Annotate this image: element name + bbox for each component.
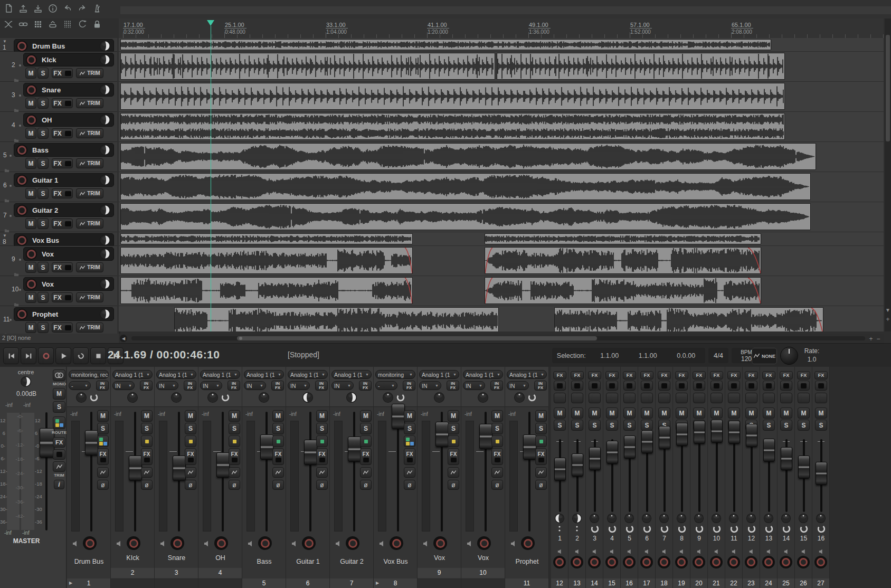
fx-button[interactable]: FX: [52, 98, 73, 108]
width-knob-icon[interactable]: [625, 524, 634, 534]
pan-knob[interactable]: [433, 392, 445, 403]
record-arm-button[interactable]: [521, 536, 535, 550]
route-button[interactable]: [641, 393, 653, 403]
go-to-start-button[interactable]: [3, 347, 19, 364]
route-button[interactable]: [763, 393, 775, 403]
media-item[interactable]: [120, 203, 811, 230]
record-arm-button[interactable]: [302, 536, 316, 550]
solo-button[interactable]: S: [37, 188, 49, 199]
width-knob-icon[interactable]: [817, 524, 826, 534]
fader-knob[interactable]: [304, 440, 317, 465]
strip-bottom-band[interactable]: 27: [812, 578, 829, 588]
record-button[interactable]: [38, 347, 54, 364]
fx-button[interactable]: FX: [491, 448, 503, 465]
track-lane[interactable]: [119, 52, 884, 82]
track-lane[interactable]: [119, 172, 884, 202]
route-button[interactable]: [798, 393, 810, 403]
route-button[interactable]: [693, 393, 705, 403]
track-row[interactable]: ▼1Drum Bus: [0, 38, 117, 52]
route-button[interactable]: [491, 435, 503, 447]
track-lane[interactable]: [119, 246, 884, 276]
mute-button[interactable]: M: [25, 68, 36, 79]
lock-icon[interactable]: [91, 18, 103, 31]
playrate-envelope-button[interactable]: NONE: [752, 348, 777, 364]
width-knob-icon[interactable]: [608, 524, 617, 534]
master-fx-bypass-button[interactable]: [53, 449, 65, 460]
fader-knob[interactable]: [85, 430, 98, 456]
fx-button[interactable]: FX: [316, 448, 328, 465]
fx-button[interactable]: FX: [404, 448, 415, 465]
track-name-panel[interactable]: OH: [23, 113, 114, 127]
input-fx-button[interactable]: INFX: [447, 381, 459, 391]
project-info-icon[interactable]: [46, 2, 59, 15]
repeat-button[interactable]: [73, 347, 89, 364]
selection-end[interactable]: 1.1.00: [629, 352, 667, 359]
strip-bottom-band[interactable]: 23: [743, 578, 760, 588]
input-fx-button[interactable]: INFX: [534, 381, 547, 391]
fx-button[interactable]: FX: [52, 158, 73, 168]
track-name-panel[interactable]: Bass: [14, 143, 114, 157]
fx-bypass-button[interactable]: [658, 381, 670, 391]
fx-button[interactable]: FX: [780, 371, 793, 380]
media-item[interactable]: [174, 307, 499, 331]
width-knob-icon[interactable]: [221, 393, 230, 402]
speaker-icon[interactable]: [801, 547, 807, 556]
fx-button[interactable]: FX: [535, 448, 547, 465]
track-name-panel[interactable]: Vox: [23, 277, 114, 291]
speaker-icon[interactable]: [749, 547, 754, 556]
input-selector[interactable]: Analog 1 (1▼: [419, 370, 459, 379]
fx-button[interactable]: FX: [762, 371, 775, 380]
fx-bypass-button[interactable]: [571, 381, 583, 391]
pan-knob[interactable]: [75, 392, 87, 403]
pan-knob[interactable]: [624, 513, 634, 524]
strip-bottom-band[interactable]: 22: [725, 578, 742, 588]
record-arm-button[interactable]: [762, 556, 775, 568]
mute-button[interactable]: M: [229, 410, 240, 422]
strip-number-band[interactable]: 3: [155, 568, 198, 578]
mute-button[interactable]: M: [623, 407, 636, 419]
speaker-icon[interactable]: [160, 539, 166, 549]
pan-knob[interactable]: [746, 513, 756, 524]
vertical-scrollbar-thumb[interactable]: [886, 35, 890, 141]
track-row[interactable]: 9VoxMSFXTRIM: [0, 246, 117, 276]
input-selector[interactable]: Analog 1 (1▼: [244, 370, 284, 379]
folder-arrow-icon[interactable]: ▶: [376, 578, 379, 588]
go-to-end-button[interactable]: [21, 347, 36, 364]
grouping-icon[interactable]: [46, 18, 59, 31]
route-button[interactable]: [97, 435, 109, 447]
speaker-icon[interactable]: [662, 547, 667, 556]
pan-knob[interactable]: [606, 513, 617, 524]
folder-collapse-icon[interactable]: ▼: [3, 39, 7, 44]
width-knob-icon[interactable]: [527, 393, 537, 402]
solo-button[interactable]: S: [404, 423, 415, 434]
fader-knob[interactable]: [641, 430, 653, 453]
speaker-icon[interactable]: [510, 539, 517, 549]
envelope-button[interactable]: [404, 467, 415, 478]
solo-button[interactable]: S: [37, 128, 49, 139]
grid-icon[interactable]: [32, 18, 44, 31]
record-arm-button[interactable]: [16, 205, 27, 216]
width-knob-icon[interactable]: [799, 524, 809, 534]
fader-knob[interactable]: [260, 434, 273, 460]
record-arm-button[interactable]: [710, 556, 723, 568]
route-button[interactable]: [571, 393, 583, 403]
trim-button[interactable]: TRIM: [76, 98, 103, 108]
mute-button[interactable]: M: [571, 407, 583, 419]
mute-button[interactable]: M: [589, 407, 601, 419]
fx-button[interactable]: FX: [571, 371, 584, 380]
mute-button[interactable]: M: [676, 407, 688, 419]
strip-bottom-band[interactable]: 7: [330, 578, 373, 588]
media-item[interactable]: [120, 247, 413, 274]
zoom-in-icon[interactable]: +: [885, 316, 891, 323]
track-lane[interactable]: [119, 276, 884, 306]
envelope-button[interactable]: [491, 467, 503, 478]
mute-button[interactable]: M: [25, 262, 36, 273]
pan-knob[interactable]: [514, 392, 525, 403]
fx-button[interactable]: FX: [727, 371, 741, 380]
route-button[interactable]: [658, 393, 670, 403]
media-item[interactable]: [554, 307, 823, 331]
speaker-icon[interactable]: [72, 539, 79, 549]
solo-button[interactable]: S: [37, 262, 49, 273]
fader-track[interactable]: [663, 439, 666, 512]
track-lane[interactable]: [119, 306, 884, 331]
